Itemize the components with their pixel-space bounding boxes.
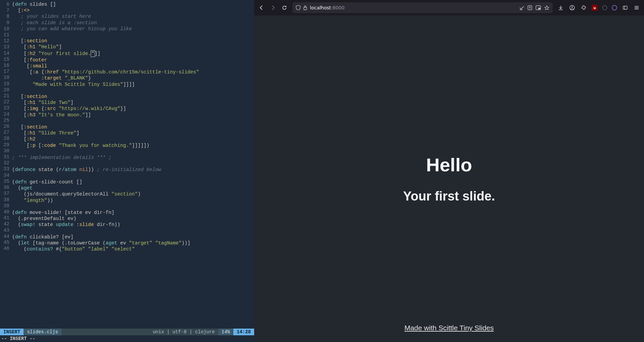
container-dot-icon[interactable] xyxy=(602,5,607,10)
url-bar[interactable]: localhost:8000 xyxy=(292,2,553,13)
code-line[interactable]: [:a {:href "https://github.com/chr15m/sc… xyxy=(12,69,254,75)
line-number: 11 xyxy=(0,32,9,38)
line-number: 31 xyxy=(0,154,9,160)
code-line[interactable]: (defn get-slide-count [] xyxy=(12,179,254,185)
code-body[interactable]: (defn slides [] [:<> ; your slides start… xyxy=(12,1,254,329)
line-number: 46 xyxy=(0,245,9,251)
bookmark-star-icon[interactable] xyxy=(544,5,549,10)
code-line[interactable]: [:section xyxy=(12,94,254,100)
code-line[interactable]: :target "_BLANK"} xyxy=(12,75,254,81)
account-icon[interactable] xyxy=(569,4,576,11)
code-line[interactable]: [:h1 "Slide Two"] xyxy=(12,100,254,106)
code-line[interactable] xyxy=(12,149,254,155)
back-button[interactable] xyxy=(258,4,265,11)
code-line[interactable]: [:h2 "Your first slide."]] xyxy=(12,50,254,57)
code-line[interactable]: [:h2 xyxy=(12,136,254,142)
code-line[interactable] xyxy=(12,204,254,210)
code-line[interactable]: (defn move-slide! [state ev dir-fn] xyxy=(12,210,254,216)
svg-rect-1 xyxy=(528,6,532,10)
code-line[interactable]: (defn clickable? [ev] xyxy=(12,234,254,240)
code-line[interactable]: (contains? #{"button" "label" "select" xyxy=(12,246,254,252)
code-line[interactable]: "length")) xyxy=(12,197,254,204)
code-line[interactable]: (js/document.querySelectorAll "section") xyxy=(12,191,254,197)
code-line[interactable]: (let [tag-name (.toLowerCase (aget ev "t… xyxy=(12,240,254,246)
code-line[interactable]: [:p [:code "Thank you for watching."]]]]… xyxy=(12,142,254,149)
line-number: 12 xyxy=(0,38,9,44)
shield-icon[interactable] xyxy=(296,5,301,10)
line-number: 32 xyxy=(0,160,9,166)
code-line[interactable]: [:h3 "It's the moon."]] xyxy=(12,112,254,118)
ublock-icon[interactable]: u xyxy=(592,5,598,11)
extensions-icon[interactable] xyxy=(580,4,587,11)
line-number: 34 xyxy=(0,172,9,178)
line-number: 17 xyxy=(0,68,9,74)
slide-footer: Made with Scittle Tiny Slides xyxy=(254,324,644,332)
code-line[interactable]: (defn slides [] xyxy=(12,1,254,7)
editor-pane: 6789101112131415161718192021222324252627… xyxy=(0,0,254,342)
percent-indicator: 14% xyxy=(218,329,233,335)
line-number: 35 xyxy=(0,178,9,184)
line-number: 25 xyxy=(0,117,9,123)
line-number: 13 xyxy=(0,44,9,50)
code-line[interactable]: [:footer xyxy=(12,57,254,63)
reload-button[interactable] xyxy=(281,4,288,11)
reader-icon[interactable] xyxy=(519,5,524,10)
code-area[interactable]: 6789101112131415161718192021222324252627… xyxy=(0,0,254,329)
line-number: 10 xyxy=(0,26,9,32)
lock-icon[interactable] xyxy=(303,5,307,10)
cursor-position-indicator: 14:28 xyxy=(233,329,254,335)
line-number: 27 xyxy=(0,129,9,135)
line-number: 33 xyxy=(0,166,9,172)
code-line[interactable]: [:img {:src "https://w.wiki/CAvg"}] xyxy=(12,106,254,112)
code-line[interactable]: [:section xyxy=(12,38,254,44)
line-number: 41 xyxy=(0,215,9,221)
line-number: 6 xyxy=(0,1,9,7)
code-line[interactable]: (defonce state (r/atom nil)) ; re-initia… xyxy=(12,167,254,173)
downloads-icon[interactable] xyxy=(557,4,564,11)
browser-toolbar: localhost:8000 xyxy=(254,0,644,15)
code-line[interactable] xyxy=(12,32,254,38)
hamburger-menu-icon[interactable] xyxy=(633,4,640,11)
slide-h2: Your first slide. xyxy=(403,189,495,204)
code-line[interactable] xyxy=(12,173,254,179)
slide-footer-link[interactable]: Made with Scittle Tiny Slides xyxy=(404,324,494,332)
code-line[interactable]: ; *** implementation details *** ; xyxy=(12,155,254,161)
line-number: 15 xyxy=(0,56,9,62)
line-number: 20 xyxy=(0,87,9,93)
code-line[interactable]: (aget xyxy=(12,185,254,191)
line-number: 45 xyxy=(0,239,9,245)
mode-indicator: INSERT xyxy=(0,329,24,335)
line-number: 28 xyxy=(0,135,9,141)
reader-mode-icon[interactable] xyxy=(527,5,532,10)
line-number: 14 xyxy=(0,50,9,56)
slide-page[interactable]: Hello Your first slide. Made with Scittl… xyxy=(254,15,644,342)
code-line[interactable]: [:section xyxy=(12,124,254,130)
profile-ring-icon[interactable] xyxy=(612,5,617,10)
code-line[interactable]: (swap! state update :slide dir-fn)) xyxy=(12,222,254,228)
code-line[interactable] xyxy=(12,88,254,94)
code-line[interactable]: [:small xyxy=(12,63,254,69)
code-line[interactable]: ; you can add whatever hiccup you like xyxy=(12,26,254,32)
filename-indicator: slides.cljs xyxy=(24,329,61,335)
sidebar-toggle-icon[interactable] xyxy=(622,4,629,11)
line-number: 18 xyxy=(0,74,9,80)
line-number: 44 xyxy=(0,233,9,239)
code-line[interactable] xyxy=(12,161,254,167)
line-number: 21 xyxy=(0,93,9,99)
code-line[interactable]: [:h1 "Slide Three"] xyxy=(12,130,254,136)
code-line[interactable]: "Made with Scittle Tiny Slides"]]]] xyxy=(12,81,254,88)
code-line[interactable] xyxy=(12,118,254,124)
code-line[interactable]: ; your slides start here xyxy=(12,13,254,19)
code-line[interactable] xyxy=(12,228,254,234)
code-line[interactable]: [:<> xyxy=(12,7,254,13)
svg-rect-8 xyxy=(623,6,627,9)
encoding-indicator: unix | utf-8 | clojure xyxy=(149,329,218,335)
code-line[interactable]: ; each slide is a :section xyxy=(12,20,254,26)
forward-button[interactable] xyxy=(270,4,276,11)
line-number: 23 xyxy=(0,105,9,111)
code-line[interactable]: [:h1 "Hello"] xyxy=(12,44,254,50)
url-host: localhost xyxy=(310,5,331,10)
line-number: 16 xyxy=(0,62,9,68)
pip-icon[interactable] xyxy=(536,5,541,10)
code-line[interactable]: (.preventDefault ev) xyxy=(12,216,254,222)
